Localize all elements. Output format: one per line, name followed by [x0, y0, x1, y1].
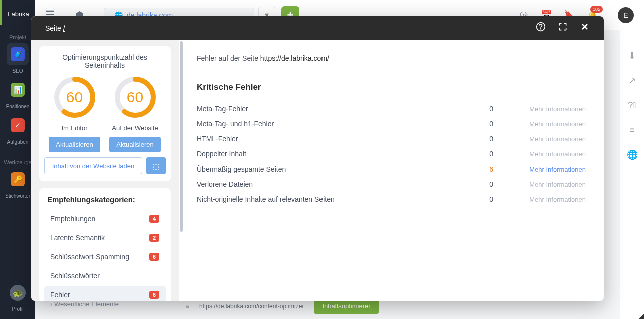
error-row: Meta-Tag-Fehler0Mehr Informationen — [197, 101, 586, 116]
refresh-website-button[interactable]: Aktualisieren — [109, 137, 160, 152]
main-nav-sidebar: Labrika Projekt 🧳 SEO 📊 Positionen ✓ Auf… — [0, 0, 35, 319]
nav-label-profile: Profil — [12, 306, 24, 312]
score-heading: Optimierungspunktzahl des Seiteninhalts — [44, 53, 166, 69]
list-icon[interactable]: ≡ — [629, 125, 635, 135]
nav-item-tasks[interactable]: ✓ — [7, 114, 29, 136]
nav-label-seo: SEO — [12, 68, 23, 74]
user-avatar[interactable]: E — [618, 7, 634, 23]
error-name: Verlorene Dateien — [197, 180, 489, 188]
category-badge: 6 — [149, 291, 159, 299]
nav-label-tasks: Aufgaben — [7, 139, 29, 145]
category-label: Schlüsselwort-Spamming — [50, 253, 129, 261]
close-icon[interactable] — [580, 22, 590, 35]
help-icon[interactable]: ?⃝ — [628, 100, 636, 111]
error-row: Doppelter Inhalt0Mehr Informationen — [197, 146, 586, 162]
more-info-link: Mehr Informationen — [529, 105, 586, 113]
categories-heading: Empfehlungskategorien: — [44, 195, 166, 204]
scrollbar[interactable] — [180, 41, 183, 232]
category-label: Schlüsselwörter — [50, 272, 100, 280]
refresh-editor-button[interactable]: Aktualisieren — [49, 137, 100, 152]
score-card: Optimierungspunktzahl des Seiteninhalts … — [39, 46, 171, 181]
more-info-link: Mehr Informationen — [529, 150, 586, 158]
error-count: 0 — [489, 195, 529, 203]
error-count: 0 — [489, 105, 529, 113]
more-info-link[interactable]: Mehr Informationen — [529, 166, 586, 173]
profile-avatar[interactable]: 🐢 — [10, 285, 26, 301]
website-score-gauge: 60 — [113, 75, 157, 119]
svg-point-1 — [541, 29, 541, 29]
nav-item-positions[interactable]: 📊 — [7, 79, 29, 101]
error-row: Übermäßig gespamte Seiten6Mehr Informati… — [197, 162, 586, 177]
bg-url-text: https://de.labrika.com/content-optimizer — [199, 303, 304, 310]
compare-icon-button[interactable]: ⬚ — [146, 157, 166, 174]
error-name: Übermäßig gespamte Seiten — [197, 165, 489, 173]
errors-intro: Fehler auf der Seite https://de.labrika.… — [197, 54, 586, 62]
page-detail-modal: Seite / Optimierungspunktzahl des Seiten… — [31, 16, 604, 301]
more-info-link: Mehr Informationen — [529, 135, 586, 143]
nav-label-positions: Positionen — [6, 104, 30, 109]
error-count: 0 — [489, 135, 529, 143]
category-item[interactable]: Fehler6 — [44, 286, 166, 301]
category-item[interactable]: Empfehlungen4 — [44, 210, 166, 228]
error-count: 0 — [489, 120, 529, 128]
editor-score-label: Im Editor — [61, 124, 87, 132]
drag-icon[interactable]: ≡ — [186, 303, 189, 310]
globe-tool-icon[interactable]: 🌐 — [627, 149, 638, 161]
modal-right-panel: Fehler auf der Seite https://de.labrika.… — [179, 40, 604, 301]
check-icon: ✓ — [11, 118, 25, 132]
resize-handle-icon[interactable] — [639, 314, 644, 319]
nav-item-keywords[interactable]: 🔑 — [7, 168, 29, 190]
error-row: Meta-Tag- und h1-Fehler0Mehr Information… — [197, 116, 586, 131]
error-name: Doppelter Inhalt — [197, 150, 489, 158]
more-info-link: Mehr Informationen — [529, 181, 586, 188]
category-badge: 2 — [149, 234, 159, 242]
error-count: 0 — [489, 150, 529, 158]
download-icon[interactable]: ⬇ — [628, 50, 636, 61]
bg-sidebar-essential[interactable]: › Wesentliche Elemente — [50, 300, 119, 308]
notif-badge: 185 — [590, 6, 603, 13]
errors-heading: Kritische Fehler — [197, 82, 586, 92]
briefcase-icon: 🧳 — [11, 47, 25, 61]
error-row: HTML-Fehler0Mehr Informationen — [197, 131, 586, 146]
modal-help-icon[interactable] — [536, 22, 546, 35]
nav-section-project: Projekt — [9, 34, 26, 40]
right-toolbar: ⬇ ↗ ?⃝ ≡ 🌐 — [620, 30, 644, 319]
modal-title: Seite / — [45, 24, 65, 32]
category-item[interactable]: Latente Semantik2 — [44, 229, 166, 247]
category-label: Fehler — [50, 291, 70, 299]
category-badge: 6 — [149, 253, 159, 261]
website-score-value: 60 — [127, 89, 143, 106]
category-label: Empfehlungen — [50, 215, 95, 223]
editor-score-value: 60 — [66, 89, 83, 106]
error-row: Nicht-originelle Inhalte auf relevanten … — [197, 192, 586, 207]
key-icon: 🔑 — [11, 172, 25, 186]
nav-item-seo[interactable]: 🧳 — [7, 43, 29, 65]
nav-label-keywords: Stichwörter — [5, 193, 30, 199]
error-name: Nicht-originelle Inhalte auf relevanten … — [197, 195, 489, 203]
error-row: Verlorene Dateien0Mehr Informationen — [197, 177, 586, 192]
error-count: 6 — [489, 165, 529, 173]
modal-header: Seite / — [31, 16, 604, 40]
more-info-link: Mehr Informationen — [529, 196, 586, 203]
logo[interactable]: Labrika — [0, 0, 35, 25]
categories-card: Empfehlungskategorien: Empfehlungen4Late… — [39, 188, 171, 301]
category-badge: 4 — [149, 215, 159, 223]
error-count: 0 — [489, 180, 529, 188]
fullscreen-icon[interactable] — [558, 22, 568, 35]
website-score-label: Auf der Website — [112, 124, 158, 132]
category-item[interactable]: Schlüsselwörter — [44, 267, 166, 285]
editor-score-gauge: 60 — [53, 75, 97, 119]
nav-section-tools: Werkzeuge — [4, 159, 31, 165]
error-name: HTML-Fehler — [197, 135, 489, 143]
load-content-button[interactable]: Inhalt von der Website laden — [44, 157, 142, 174]
errors-url: https://de.labrika.com/ — [260, 54, 329, 62]
chart-icon: 📊 — [11, 83, 25, 97]
more-info-link: Mehr Informationen — [529, 120, 586, 128]
share-icon[interactable]: ↗ — [628, 75, 636, 86]
error-name: Meta-Tag- und h1-Fehler — [197, 120, 489, 128]
category-label: Latente Semantik — [50, 234, 105, 242]
modal-left-panel: Optimierungspunktzahl des Seiteninhalts … — [31, 40, 179, 301]
error-name: Meta-Tag-Fehler — [197, 105, 489, 113]
category-item[interactable]: Schlüsselwort-Spamming6 — [44, 248, 166, 266]
